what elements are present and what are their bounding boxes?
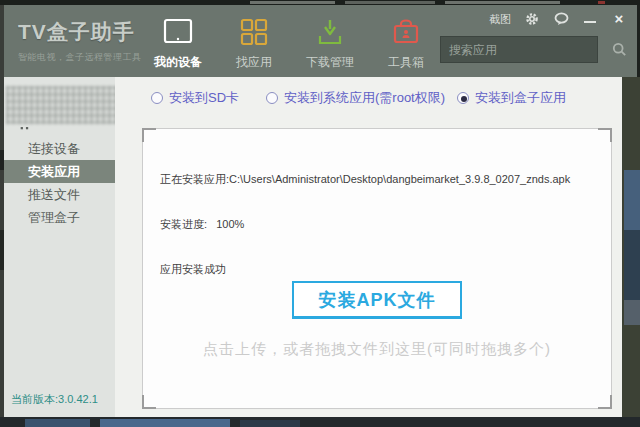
desktop-edge-bottom [0,417,640,427]
background-window-fragment [598,1,605,4]
main-nav: 我的设备 找应用 [140,14,444,71]
sidebar-item-connect-device[interactable]: 连接设备 [4,137,115,160]
close-icon[interactable]: × [611,11,627,27]
minimize-icon[interactable] [582,11,598,27]
log-line-progress: 安装进度: 100% [160,217,570,232]
dropzone-hint: 点击上传，或者拖拽文件到这里(可同时拖拽多个) [143,340,611,359]
apk-dropzone[interactable]: 正在安装应用:C:\Users\Administrator\Desktop\da… [142,128,612,409]
blurred-watermark [6,86,124,124]
blurred-watermark-marks: ▪▪ [20,123,30,133]
tablet-device-icon [162,14,194,50]
feedback-bubble-icon[interactable] [553,11,569,27]
app-subtitle: 智能电视，盒子远程管理工具 [18,51,142,64]
install-apk-button[interactable]: 安装APK文件 [292,281,462,319]
background-window-fragment [345,1,435,4]
background-window-fragment [250,1,335,4]
app-header: TV盒子助手 智能电视，盒子远程管理工具 我的设备 [4,5,637,77]
background-window-fragment [445,1,560,4]
dropzone-corner [598,128,612,142]
search-icon[interactable] [612,42,627,57]
screenshot-button[interactable]: 截图 [489,12,511,27]
sidebar-item-manage-box[interactable]: 管理盒子 [4,206,115,229]
window-controls: 截图 × [489,10,627,28]
sidebar: ▪▪ 连接设备 安装应用 推送文件 管理盒子 当前版本:3.0.42.1 [4,77,115,417]
nav-label: 找应用 [236,54,272,71]
app-grid-icon [240,14,268,50]
radio-circle-icon-checked [457,92,469,104]
sidebar-item-install-app[interactable]: 安装应用 [4,160,115,183]
main-panel: 安装到SD卡 安装到系统应用(需root权限) 安装到盒子应用 正在安装应用:C… [115,77,622,417]
log-line-success: 应用安装成功 [160,262,570,277]
nav-my-devices[interactable]: 我的设备 [140,14,216,71]
app-screen: TV盒子助手 智能电视，盒子远程管理工具 我的设备 [0,0,640,427]
app-title: TV盒子助手 [18,18,142,46]
desktop-edge-right [622,77,640,427]
search-input[interactable] [441,43,612,57]
sidebar-item-push-file[interactable]: 推送文件 [4,183,115,206]
radio-install-to-system[interactable]: 安装到系统应用(需root权限) [266,89,445,107]
search-box [440,36,598,63]
nav-label: 下载管理 [306,54,354,71]
nav-toolbox[interactable]: 工具箱 [368,14,444,71]
install-target-options: 安装到SD卡 安装到系统应用(需root权限) 安装到盒子应用 [115,89,622,109]
radio-circle-icon [151,92,163,104]
radio-circle-icon [266,92,278,104]
nav-label: 工具箱 [388,54,424,71]
nav-label: 我的设备 [154,54,202,71]
log-line-installing: 正在安装应用:C:\Users\Administrator\Desktop\da… [160,172,570,187]
dropzone-corner [142,128,156,142]
dropzone-corner [598,395,612,409]
app-logo: TV盒子助手 智能电视，盒子远程管理工具 [18,18,142,64]
radio-install-to-sdcard[interactable]: 安装到SD卡 [151,89,239,107]
dropzone-corner [142,395,156,409]
nav-download-manager[interactable]: 下载管理 [292,14,368,71]
sidebar-menu: 连接设备 安装应用 推送文件 管理盒子 [4,137,115,229]
radio-install-to-box[interactable]: 安装到盒子应用 [457,89,566,107]
version-label: 当前版本:3.0.42.1 [11,392,98,407]
nav-find-apps[interactable]: 找应用 [216,14,292,71]
gear-icon[interactable] [524,11,540,27]
download-tray-icon [316,14,344,50]
toolbox-icon [392,14,420,50]
